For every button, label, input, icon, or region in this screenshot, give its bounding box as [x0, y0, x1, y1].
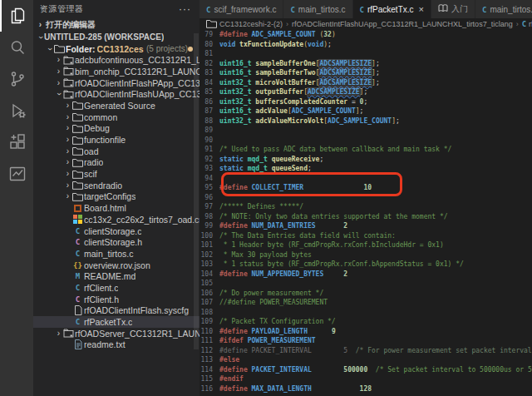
tree-item-rfpackettx-c[interactable]: CrfPacketTx.c [33, 316, 200, 328]
tab-rfpackettx-c[interactable]: CrfPacketTx.c× [353, 0, 431, 18]
tree-item-label: common [84, 112, 117, 122]
tree-item-readme-txt[interactable]: readme.txt [33, 339, 200, 351]
breadcrumb-item[interactable]: rfOADClientIntFlashUApp_CC1312R1_LAUNCHX… [292, 20, 513, 28]
project-count-label: (5 projects) [146, 44, 188, 53]
run-debug-icon[interactable] [0, 95, 33, 126]
code-text: #define COLLECT_TIMER 10 [219, 184, 372, 191]
code-line-108: 108 [200, 308, 532, 318]
tree-item-common[interactable]: ›common [33, 111, 200, 123]
tab-label: main_tirtos.c [298, 5, 346, 14]
code-text: uint32_t outputBuffer[ADCSAMPLESIZE]; [219, 88, 367, 96]
tab-label: rfPacketTx.c [367, 5, 414, 14]
tree-item-adcbufcontinuous-cc1312r1-launchxl-tirto[interactable]: ›adcbufcontinuous_CC1312R1_LAUNCHXL_tirt… [33, 54, 200, 66]
folder-icon [71, 181, 84, 190]
tree-item-clientstorage-c[interactable]: CclientStorage.c [33, 225, 200, 237]
tree-item-functionfile[interactable]: ›functionfile [33, 134, 200, 146]
chevron-down-icon: › [46, 45, 54, 52]
code-text: #define ADC_SAMPLE_COUNT (32) [219, 31, 336, 38]
tree-item-oad[interactable]: ›oad [33, 146, 200, 157]
open-editors-section[interactable]: › 打开的编辑器 [33, 18, 200, 32]
code-text: * Max 30 payload bytes [219, 251, 312, 259]
chevron-right-icon: › [55, 329, 62, 338]
project-icon [62, 56, 75, 65]
tab-入门[interactable]: 入门 [431, 0, 475, 18]
explorer-icon[interactable] [0, 0, 33, 32]
more-actions-icon[interactable]: ··· [177, 3, 193, 15]
breadcrumb-item[interactable]: CrfPacketTx.c [522, 20, 532, 28]
tree-item-board-html[interactable]: Board.html [33, 202, 200, 214]
tree-item-untitled-285-workspace-[interactable]: ›UNTITLED-285 (WORKSPACE) [33, 32, 200, 43]
tree-item-rfclient-c[interactable]: CrfClient.c [33, 282, 200, 294]
tree-item-targetconfigs[interactable]: ›targetConfigs [33, 191, 200, 203]
tab-main-tirtos-c[interactable]: Cmain_tirtos.c [475, 0, 532, 18]
tree-item-label: readme.txt [84, 339, 126, 349]
c-file-icon: C [71, 227, 84, 235]
code-line-96: 96 [200, 193, 532, 203]
tree-item-rfclient-h[interactable]: CrfClient.h [33, 294, 200, 305]
breadcrumb-label: CC1312ceshi-2-(2) [219, 20, 283, 28]
code-line-111: 111#ifdef POWER_MEASUREMENT [200, 336, 532, 346]
tree-item-rfoadserver-cc1312r1-launchxl-tirtos7-ti[interactable]: ›rfOADServer_CC1312R1_LAUNCHXL_tirtos7_t… [33, 328, 200, 339]
chevron-down-icon: › [55, 91, 63, 98]
tree-item-label: clientStorage.c [84, 226, 141, 236]
code-line-90: 90 [200, 136, 532, 146]
tree-item-rfoadclientintflashpapp-cc1312r1-launchx[interactable]: ›rfOADClientIntFlashPApp_CC1312R1_LAUNCH… [33, 77, 200, 89]
close-icon[interactable]: × [419, 4, 424, 14]
code-text: #define MAX_DATA_LENGTH 128 [219, 385, 372, 393]
tree-item-cc13x2-cc26x2-tirtos7-oad-cmd[interactable]: cc13x2_cc26x2_tirtos7_oad.cmd [33, 214, 200, 225]
source-control-icon[interactable] [0, 63, 33, 95]
txt-icon [71, 339, 84, 349]
code-editor[interactable]: 79#define ADC_SAMPLE_COUNT (32)80void tx… [200, 30, 532, 396]
tree-item-clientstorage-h[interactable]: CclientStorage.h [33, 236, 200, 248]
tree-item-rfoadclientintflash-syscfg[interactable]: rfOADClientIntFlash.syscfg [33, 305, 200, 317]
code-line-87: 87uint16_t adcValue[ADC_SAMPLE_COUNT]; [200, 106, 532, 116]
tree-item-sendradio[interactable]: ›sendradio [33, 180, 200, 191]
extensions-icon[interactable] [0, 126, 33, 158]
tree-item-main-tirtos-c[interactable]: Cmain_tirtos.c [33, 248, 200, 260]
code-line-79: 79#define ADC_SAMPLE_COUNT (32) [200, 30, 532, 40]
line-number: 80 [200, 41, 219, 48]
tree-item-radio[interactable]: ›radio [33, 157, 200, 169]
line-number: 96 [200, 194, 219, 201]
tab-main-tirtos-c[interactable]: Cmain_tirtos.c [283, 0, 352, 18]
breadcrumb-separator: › [286, 20, 288, 28]
tree-item-scif[interactable]: ›scif [33, 168, 200, 180]
tab-scif-framework-c[interactable]: Cscif_framework.c [200, 0, 283, 18]
chevron-right-icon: › [64, 181, 71, 190]
tree-item-readme-md[interactable]: MREADME.md [33, 270, 200, 282]
tree-item-debug[interactable]: ›Debug [33, 123, 200, 135]
code-line-85: 85uint32_t outputBuffer[ADCSAMPLESIZE]; [200, 87, 532, 97]
code-line-106: 106/* Do power measurement */ [200, 289, 532, 299]
chevron-right-icon: › [64, 136, 71, 144]
line-number: 92 [200, 156, 219, 163]
tree-item-overview-rov-json[interactable]: {}overview.rov.json [33, 260, 200, 271]
project-icon [62, 78, 75, 87]
breadcrumb-item[interactable]: CC1312ceshi-2-(2) [206, 19, 283, 30]
code-text: * 1 Header byte (RF_cmdPropRx.rxConf.bIn… [219, 241, 444, 249]
folder-icon [71, 136, 84, 145]
md-icon: M [71, 272, 84, 280]
c-file-icon: C [290, 5, 294, 14]
tree-item-generated-source[interactable]: ›Generated Source [33, 100, 200, 111]
code-lines: 79#define ADC_SAMPLE_COUNT (32)80void tx… [200, 30, 532, 394]
tab-label: 入门 [451, 3, 468, 15]
code-text: static mqd_t queueReceive; [219, 156, 323, 163]
tree-item-label: CC1312ceshi-2-(2) [97, 44, 144, 54]
tree-item-label: cc13x2_cc26x2_tirtos7_oad.cmd [84, 215, 200, 225]
chevron-right-icon: › [64, 147, 71, 156]
code-text: #define NUM_APPENDED_BYTES 2 [219, 270, 347, 278]
monitor-icon[interactable] [0, 158, 33, 190]
sidebar-scrollbar[interactable] [194, 33, 199, 349]
tree-item-rfoadclientintflashuapp-cc1312r1-launchx[interactable]: ›rfOADClientIntFlashUApp_CC1312R1_LAUNCH… [33, 88, 200, 100]
code-text: static mqd_t queueSend; [219, 165, 312, 172]
tree-item-label: scif [84, 169, 97, 179]
line-number: 89 [200, 126, 219, 134]
chevron-right-icon: › [55, 67, 62, 76]
search-icon[interactable] [0, 32, 33, 63]
line-number: 114 [200, 366, 219, 374]
code-line-99: 99#define NUM_DATA_ENTRIES 2 [200, 221, 532, 231]
code-line-88: 88uint32_t adcValueMicroVolt[ADC_SAMPLE_… [200, 116, 532, 126]
tree-item-bim-onchip-cc1312r1-launchxl-nortos-ticl[interactable]: ›bim_onchip_CC1312R1_LAUNCHXL_nortos_tic… [33, 66, 200, 77]
tree-item-label: Debug [84, 123, 110, 133]
tree-item-cc1312ceshi-2-2-[interactable]: ›Folder: CC1312ceshi-2-(2)(5 projects) [33, 43, 200, 55]
